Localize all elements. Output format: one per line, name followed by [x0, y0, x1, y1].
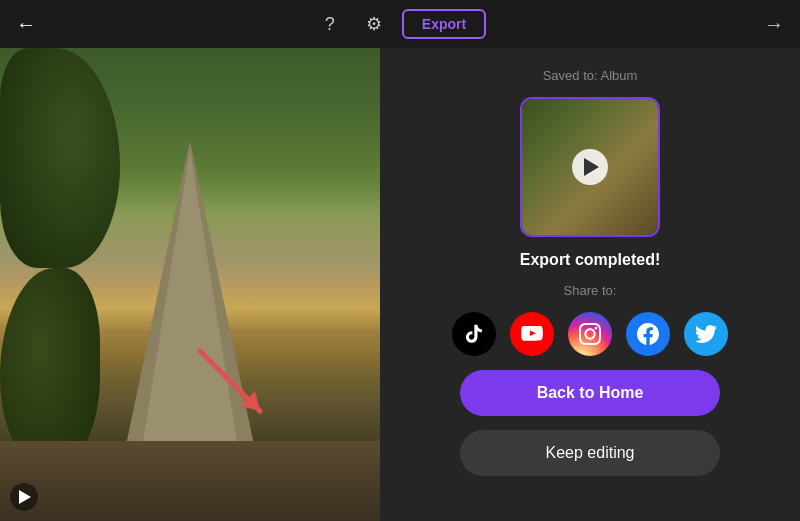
- saved-to-label: Saved to: Album: [543, 68, 638, 83]
- keep-editing-button[interactable]: Keep editing: [460, 430, 720, 476]
- play-icon: [19, 490, 31, 504]
- export-completed-label: Export completed!: [520, 251, 660, 269]
- facebook-share-button[interactable]: [626, 312, 670, 356]
- thumbnail-image: [522, 99, 658, 235]
- video-panel: [0, 48, 380, 521]
- tree-left-1: [0, 48, 120, 268]
- video-thumbnail[interactable]: [520, 97, 660, 237]
- play-triangle-icon: [584, 158, 599, 176]
- main-content: Saved to: Album Export completed! Share …: [0, 48, 800, 521]
- play-button-corner[interactable]: [10, 483, 38, 511]
- help-button[interactable]: ?: [314, 8, 346, 40]
- tiktok-share-button[interactable]: [452, 312, 496, 356]
- social-share-row: [452, 312, 728, 356]
- top-bar: ← ? ⚙ Export →: [0, 0, 800, 48]
- back-arrow-icon[interactable]: ←: [16, 13, 36, 36]
- scene-overlay: [0, 48, 380, 521]
- ground: [0, 441, 380, 521]
- forward-arrow-icon: →: [764, 13, 784, 36]
- export-button[interactable]: Export: [402, 9, 486, 39]
- twitter-share-button[interactable]: [684, 312, 728, 356]
- tree-right-1: [0, 268, 100, 468]
- share-to-label: Share to:: [564, 283, 617, 298]
- instagram-share-button[interactable]: [568, 312, 612, 356]
- settings-button[interactable]: ⚙: [358, 8, 390, 40]
- youtube-share-button[interactable]: [510, 312, 554, 356]
- back-to-home-button[interactable]: Back to Home: [460, 370, 720, 416]
- right-panel: Saved to: Album Export completed! Share …: [380, 48, 800, 521]
- thumbnail-play-icon: [572, 149, 608, 185]
- arrow-indicator: [240, 401, 300, 461]
